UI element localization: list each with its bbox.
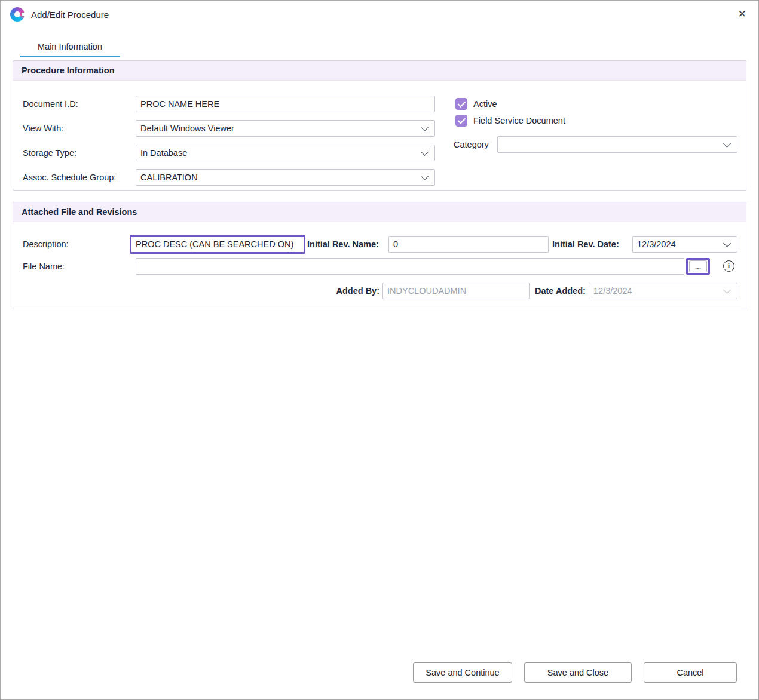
window-title: Add/Edit Procedure (31, 10, 109, 20)
checkbox-check-icon (455, 115, 467, 127)
button-label: Save and Co (426, 668, 476, 677)
button-label: tinue (481, 668, 499, 677)
procedure-information-group: Procedure Information Document I.D: View… (13, 60, 746, 191)
date-added-value: 12/3/2024 (593, 286, 632, 296)
chevron-down-icon (723, 240, 731, 247)
assoc-schedule-group-label: Assoc. Schedule Group: (23, 169, 116, 186)
initial-rev-date-select[interactable]: 12/3/2024 (632, 236, 737, 253)
category-select[interactable] (497, 136, 737, 153)
save-and-close-button[interactable]: Save and Close (524, 662, 632, 683)
description-input[interactable] (130, 235, 305, 254)
checkbox-check-icon (455, 98, 467, 110)
chevron-down-icon (421, 173, 429, 180)
tab-label: Main Information (38, 42, 102, 51)
browse-file-button[interactable]: ... (689, 260, 707, 272)
button-mnemonic: C (677, 668, 683, 677)
active-checkbox[interactable]: Active (455, 98, 497, 110)
button-label: ave and Close (553, 668, 608, 677)
cancel-button[interactable]: Cancel (644, 662, 737, 683)
info-icon[interactable]: i (723, 260, 734, 272)
storage-type-label: Storage Type: (23, 145, 76, 161)
assoc-schedule-group-value: CALIBRATION (140, 173, 198, 182)
chevron-down-icon (723, 286, 731, 294)
description-label: Description: (23, 236, 69, 253)
initial-rev-date-label: Initial Rev. Date: (552, 236, 619, 253)
save-and-continue-button[interactable]: Save and Continue (413, 662, 512, 683)
added-by-label: Added By: (336, 283, 380, 299)
chevron-down-icon (421, 124, 429, 131)
view-with-label: View With: (23, 120, 63, 137)
initial-rev-name-input[interactable] (388, 236, 549, 253)
tab-main-information[interactable]: Main Information (20, 39, 120, 57)
storage-type-select[interactable]: In Database (136, 145, 435, 161)
file-name-input[interactable] (136, 258, 684, 275)
titlebar: Add/Edit Procedure ✕ (1, 1, 758, 28)
field-service-document-checkbox[interactable]: Field Service Document (455, 115, 565, 127)
view-with-select[interactable]: Default Windows Viewer (136, 120, 435, 137)
attached-file-revisions-group: Attached File and Revisions Description:… (13, 202, 746, 309)
date-added-select: 12/3/2024 (589, 283, 737, 299)
procedure-information-title: Procedure Information (13, 61, 746, 81)
field-service-document-checkbox-label: Field Service Document (473, 116, 565, 125)
view-with-value: Default Windows Viewer (140, 124, 234, 133)
active-checkbox-label: Active (473, 99, 497, 109)
assoc-schedule-group-select[interactable]: CALIBRATION (136, 169, 435, 186)
close-icon[interactable]: ✕ (738, 8, 746, 21)
chevron-down-icon (723, 140, 731, 148)
storage-type-value: In Database (140, 148, 187, 158)
add-edit-procedure-dialog: Add/Edit Procedure ✕ Main Information Pr… (0, 0, 759, 700)
added-by-input (382, 283, 530, 299)
browse-button-highlight: ... (686, 258, 710, 275)
category-label: Category (454, 136, 489, 153)
document-id-input[interactable] (136, 96, 435, 112)
initial-rev-name-label: Initial Rev. Name: (307, 236, 379, 253)
date-added-label: Date Added: (535, 283, 586, 299)
attached-file-revisions-title: Attached File and Revisions (13, 202, 746, 222)
initial-rev-date-value: 12/3/2024 (637, 240, 676, 249)
chevron-down-icon (421, 148, 429, 156)
document-id-label: Document I.D: (23, 96, 78, 112)
file-name-label: File Name: (23, 258, 65, 275)
button-label: ancel (683, 668, 704, 677)
app-logo-icon (10, 7, 25, 22)
